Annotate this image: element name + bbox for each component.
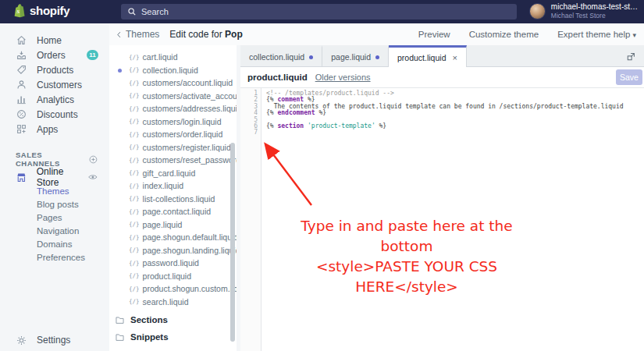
editor-tab[interactable]: product.liquid × (389, 45, 467, 67)
file-name: collection.liquid (143, 66, 198, 75)
liquid-file-icon: {/} (129, 285, 140, 292)
file-tree-item[interactable]: {/} search.liquid (109, 296, 237, 309)
page-header: Themes Edit code for Pop Preview Customi… (109, 23, 644, 45)
tab-label: page.liquid (331, 52, 371, 62)
file-tree-item[interactable]: {/} collection.liquid (109, 64, 237, 77)
sidebar-item-label: Discounts (37, 109, 78, 120)
sidebar-item[interactable]: Orders 11 (0, 48, 109, 62)
file-name: page.contact.liquid (143, 207, 212, 216)
code-area: 1234567 <!-- /templates/product.liquid -… (240, 88, 644, 351)
expand-editor-icon[interactable] (626, 51, 636, 62)
file-tree-item[interactable]: {/} customers/activate_account.liquid (109, 90, 237, 103)
add-channel-icon[interactable] (88, 154, 98, 165)
sales-channels-label: SALES CHANNELS (16, 151, 88, 168)
file-tree-item[interactable]: {/} page.contact.liquid (109, 205, 237, 218)
online-store-subitem[interactable]: Themes (0, 185, 109, 198)
editor-tab-bar: collection.liquid × page.liquid × produc… (240, 45, 644, 67)
orders-count-badge: 11 (87, 50, 98, 60)
file-tree-item[interactable]: {/} page.liquid (109, 218, 237, 232)
online-store-subitem[interactable]: Pages (0, 211, 109, 225)
file-name: page.shogun.default.liquid (143, 232, 237, 242)
file-tree-item[interactable]: {/} page.shogun.default.liquid (109, 231, 237, 244)
file-tree-item[interactable]: {/} product.shogun.custom.liquid (109, 282, 237, 296)
liquid-file-icon: {/} (129, 183, 140, 190)
liquid-file-icon: {/} (129, 169, 140, 176)
file-tree-item[interactable]: {/} page.shogun.landing.liquid (109, 244, 237, 257)
unsaved-dot (375, 55, 379, 59)
sidebar-item[interactable]: Discounts (0, 107, 109, 122)
sidebar-item[interactable]: Customers (0, 77, 109, 92)
file-tree-item[interactable]: {/} customers/reset_password.liquid (109, 154, 237, 167)
folder-item[interactable]: Snippets (109, 328, 237, 346)
account-menu[interactable]: michael-thomas-test-st… Michael Test Sto… (529, 2, 638, 20)
sidebar-item-label: Apps (37, 124, 58, 135)
tab-label: product.liquid (397, 53, 446, 62)
view-store-eye-icon[interactable] (87, 172, 98, 183)
folder-icon (115, 332, 125, 342)
file-tree-item[interactable]: {/} customers/login.liquid (109, 115, 237, 129)
folder-list: Sections Snippets Assets (109, 311, 237, 351)
file-name: list-collections.liquid (143, 194, 215, 204)
sidebar-item-settings[interactable]: Settings (0, 332, 109, 348)
file-tree-item[interactable]: {/} customers/order.liquid (109, 128, 237, 141)
code-editor-panel: collection.liquid × page.liquid × produc… (240, 45, 644, 351)
header-action-link[interactable]: Preview (418, 30, 450, 39)
editor-tab[interactable]: page.liquid × (322, 45, 389, 66)
sidebar-item[interactable]: Home (0, 33, 109, 48)
liquid-file-icon: {/} (129, 66, 140, 73)
unsaved-dot (118, 69, 122, 73)
sidebar-item-label: Analytics (37, 94, 74, 105)
unsaved-dot (309, 55, 313, 59)
shopify-admin-window: S shopify michael-thomas-test-st… Michae… (0, 0, 644, 351)
shopify-logo[interactable]: S shopify (12, 3, 69, 18)
header-action-link[interactable]: Expert theme help▾ (557, 30, 636, 39)
sidebar-item-icon (16, 79, 27, 90)
account-name: michael-thomas-test-st… (551, 2, 638, 12)
file-tree-item[interactable]: {/} customers/addresses.liquid (109, 102, 237, 115)
folder-name: Snippets (130, 332, 169, 342)
storefront-icon (16, 172, 27, 183)
file-tree-item[interactable]: {/} list-collections.liquid (109, 193, 237, 206)
code-lines[interactable]: <!-- /templates/product.liquid -->{% com… (262, 88, 644, 351)
editor-tab[interactable]: collection.liquid × (240, 45, 322, 66)
template-file-list: {/} cart.liquid {/} collection.liquid {/… (109, 45, 237, 308)
editor-file-header: product.liquid Older versions Save (240, 67, 644, 88)
sidebar-item-icon (16, 34, 27, 46)
sidebar-item-icon (16, 123, 27, 135)
liquid-file-icon: {/} (129, 80, 140, 87)
file-tree-item[interactable]: {/} customers/account.liquid (109, 76, 237, 90)
sidebar-item[interactable]: Apps (0, 122, 109, 136)
file-tree-item[interactable]: {/} password.liquid (109, 257, 237, 270)
file-tree-item[interactable]: {/} gift_card.liquid (109, 167, 237, 180)
older-versions-link[interactable]: Older versions (315, 73, 371, 82)
sidebar-item[interactable]: Analytics (0, 92, 109, 107)
file-tree-item[interactable]: {/} cart.liquid (109, 51, 237, 64)
save-button[interactable]: Save (616, 69, 642, 85)
online-store-subitem[interactable]: Preferences (0, 251, 109, 264)
file-tree-scrollbar[interactable] (230, 143, 235, 342)
online-store-subitem[interactable]: Blog posts (0, 198, 109, 211)
search-input[interactable] (121, 4, 517, 20)
close-tab-icon[interactable]: × (452, 53, 457, 62)
liquid-file-icon: {/} (129, 298, 140, 305)
breadcrumb-themes[interactable]: Themes (115, 29, 159, 40)
search-icon (127, 7, 137, 16)
liquid-file-icon: {/} (129, 246, 140, 254)
sidebar-item-icon (16, 108, 27, 120)
file-name: customers/activate_account.liquid (143, 91, 237, 101)
sidebar-item-online-store[interactable]: Online Store (0, 169, 109, 185)
header-action-link[interactable]: Customize theme (469, 30, 539, 39)
liquid-file-icon: {/} (129, 118, 140, 125)
folder-icon (115, 315, 125, 325)
settings-label: Settings (37, 335, 70, 346)
online-store-subitem[interactable]: Domains (0, 238, 109, 251)
file-tree-item[interactable]: {/} index.liquid (109, 179, 237, 193)
account-store-name: Michael Test Store (551, 12, 638, 20)
folder-item[interactable]: Assets (109, 346, 237, 351)
file-tree-item[interactable]: {/} product.liquid (109, 270, 237, 283)
online-store-subitem[interactable]: Navigation (0, 225, 109, 238)
sidebar-item[interactable]: Products (0, 62, 109, 77)
file-tree-item[interactable]: {/} customers/register.liquid (109, 141, 237, 154)
code-gutter: 1234567 (240, 88, 262, 351)
folder-item[interactable]: Sections (109, 311, 237, 328)
